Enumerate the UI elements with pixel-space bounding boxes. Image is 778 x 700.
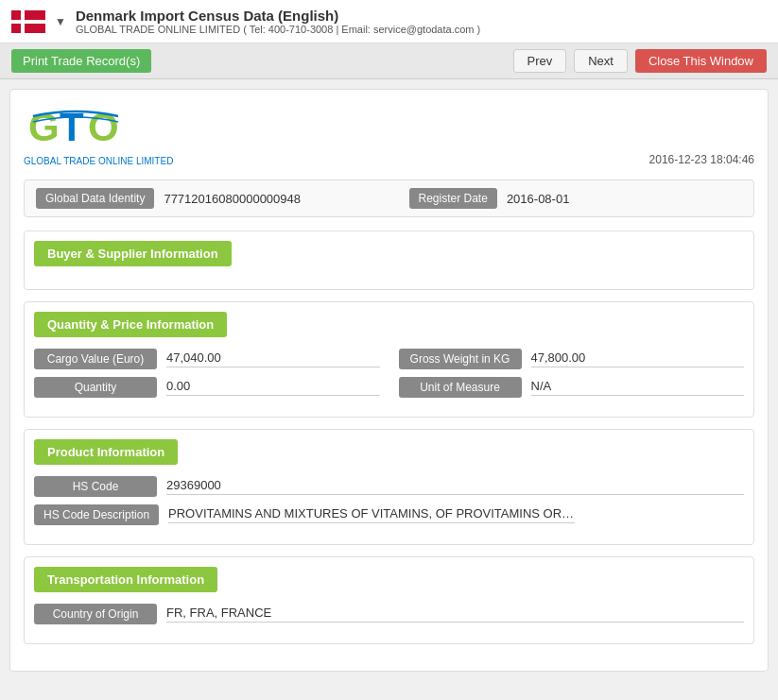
close-button[interactable]: Close This Window xyxy=(635,49,767,73)
quantity-label: Quantity xyxy=(34,377,157,398)
hs-code-value: 29369000 xyxy=(166,478,744,495)
cargo-value-value: 47,040.00 xyxy=(166,350,380,367)
gross-weight-col: Gross Weight in KG 47,800.00 xyxy=(399,349,745,369)
global-data-value: 77712016080000000948 xyxy=(164,192,399,206)
quantity-col: Quantity 0.00 xyxy=(34,377,380,398)
global-data-label: Global Data Identity xyxy=(36,188,154,209)
identity-row: Global Data Identity 7771201608000000094… xyxy=(24,179,754,217)
cargo-value-label: Cargo Value (Euro) xyxy=(34,349,157,369)
buyer-supplier-body xyxy=(25,274,753,289)
hs-desc-label: HS Code Description xyxy=(34,504,159,525)
denmark-flag xyxy=(11,10,45,33)
product-section: Product Information HS Code 29369000 HS … xyxy=(24,429,754,545)
logo-row: G T O GLOBAL TRADE ONLINE LIMITED 2016-1… xyxy=(24,105,754,166)
product-body: HS Code 29369000 HS Code Description PRO… xyxy=(25,472,753,544)
toolbar: Print Trade Record(s) Prev Next Close Th… xyxy=(0,43,778,79)
country-origin-row: Country of Origin FR, FRA, FRANCE xyxy=(34,604,744,624)
country-origin-value: FR, FRA, FRANCE xyxy=(166,606,744,623)
logo-tagline: GLOBAL TRADE ONLINE LIMITED xyxy=(24,156,173,166)
register-date-value: 2016-08-01 xyxy=(507,192,742,206)
gto-logo: G T O xyxy=(24,105,128,154)
hs-code-row: HS Code 29369000 xyxy=(34,476,744,497)
print-button[interactable]: Print Trade Record(s) xyxy=(11,49,151,73)
hs-desc-row: HS Code Description PROVITAMINS AND MIXT… xyxy=(34,504,744,525)
cargo-value-col: Cargo Value (Euro) 47,040.00 xyxy=(34,349,380,369)
next-button[interactable]: Next xyxy=(574,49,628,73)
header-subtitle: GLOBAL TRADE ONLINE LIMITED ( Tel: 400-7… xyxy=(76,24,767,35)
hs-code-label: HS Code xyxy=(34,476,157,497)
hs-desc-value: PROVITAMINS AND MIXTURES OF VITAMINS, OF… xyxy=(168,506,575,523)
uom-value: N/A xyxy=(531,379,745,396)
buyer-supplier-section: Buyer & Supplier Information xyxy=(24,230,754,290)
header-bar: ▼ Denmark Import Census Data (English) G… xyxy=(0,0,778,43)
product-header: Product Information xyxy=(34,439,178,465)
uom-col: Unit of Measure N/A xyxy=(399,377,745,398)
timestamp: 2016-12-23 18:04:46 xyxy=(649,153,754,166)
quantity-price-body: Cargo Value (Euro) 47,040.00 Gross Weigh… xyxy=(25,345,753,417)
cargo-gross-row: Cargo Value (Euro) 47,040.00 Gross Weigh… xyxy=(34,349,744,369)
prev-button[interactable]: Prev xyxy=(513,49,567,73)
dropdown-arrow[interactable]: ▼ xyxy=(55,15,66,28)
svg-rect-2 xyxy=(11,20,45,24)
register-date-label: Register Date xyxy=(409,188,497,209)
page-title: Denmark Import Census Data (English) xyxy=(76,8,767,24)
buyer-supplier-header: Buyer & Supplier Information xyxy=(34,241,232,266)
gross-weight-value: 47,800.00 xyxy=(531,350,745,367)
quantity-price-header: Quantity & Price Information xyxy=(34,312,227,337)
header-title-block: Denmark Import Census Data (English) GLO… xyxy=(76,8,767,35)
transportation-section: Transportation Information Country of Or… xyxy=(24,556,754,644)
main-content: G T O GLOBAL TRADE ONLINE LIMITED 2016-1… xyxy=(9,89,769,672)
gross-weight-label: Gross Weight in KG xyxy=(399,349,522,369)
logo-area: G T O GLOBAL TRADE ONLINE LIMITED xyxy=(24,105,173,166)
transportation-body: Country of Origin FR, FRA, FRANCE xyxy=(25,600,753,643)
country-origin-label: Country of Origin xyxy=(34,604,157,624)
quantity-value: 0.00 xyxy=(166,379,380,396)
transportation-header: Transportation Information xyxy=(34,567,217,592)
uom-label: Unit of Measure xyxy=(399,377,522,398)
quantity-price-section: Quantity & Price Information Cargo Value… xyxy=(24,301,754,418)
quantity-uom-row: Quantity 0.00 Unit of Measure N/A xyxy=(34,377,744,398)
